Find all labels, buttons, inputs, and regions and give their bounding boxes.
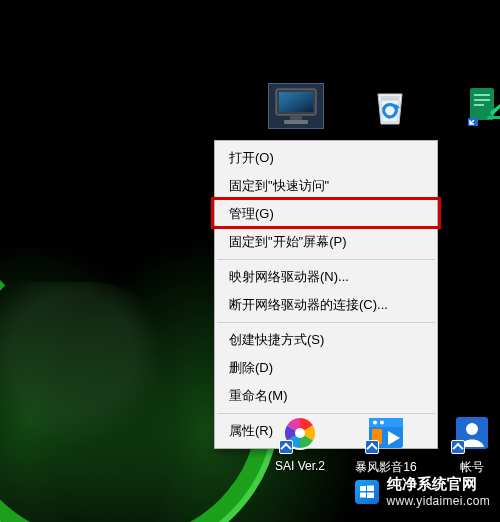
person-icon bbox=[449, 410, 495, 456]
svg-point-16 bbox=[373, 421, 377, 425]
recycle-bin-icon bbox=[363, 84, 417, 128]
desktop-icon-label: 帐号 bbox=[460, 459, 484, 476]
svg-rect-7 bbox=[474, 94, 490, 96]
shortcut-arrow-icon bbox=[451, 440, 465, 454]
context-menu-item[interactable]: 断开网络驱动器的连接(C)... bbox=[215, 291, 437, 319]
svg-point-13 bbox=[295, 428, 305, 438]
document-check-icon bbox=[457, 84, 500, 128]
watermark-text: 纯净系统官网 www.yidaimei.com bbox=[387, 475, 491, 508]
svg-rect-4 bbox=[284, 120, 308, 124]
desktop-icon-doc-check[interactable] bbox=[452, 84, 500, 128]
svg-point-21 bbox=[466, 423, 478, 435]
computer-monitor-icon bbox=[269, 84, 323, 128]
watermark: 纯净系统官网 www.yidaimei.com bbox=[355, 475, 491, 508]
shortcut-arrow-icon bbox=[279, 440, 293, 454]
context-menu: 打开(O)固定到"快速访问"管理(G)固定到"开始"屏幕(P)映射网络驱动器(N… bbox=[214, 140, 438, 449]
shortcut-arrow-icon bbox=[365, 440, 379, 454]
context-menu-item[interactable]: 重命名(M) bbox=[215, 382, 437, 410]
context-menu-separator bbox=[217, 322, 435, 323]
context-menu-separator bbox=[217, 259, 435, 260]
svg-rect-22 bbox=[360, 486, 366, 491]
windows-flag-icon bbox=[355, 480, 379, 504]
context-menu-item[interactable]: 固定到"开始"屏幕(P) bbox=[215, 228, 437, 256]
svg-rect-2 bbox=[279, 92, 313, 112]
color-wheel-icon bbox=[277, 410, 323, 456]
svg-rect-9 bbox=[474, 104, 484, 106]
svg-rect-8 bbox=[474, 99, 490, 101]
desktop-icons-bottom: SAI Ver.2 暴风影音16 bbox=[264, 410, 500, 476]
context-menu-item[interactable]: 固定到"快速访问" bbox=[215, 172, 437, 200]
desktop-icon-account[interactable]: 帐号 bbox=[436, 410, 500, 476]
wallpaper-photo bbox=[0, 282, 180, 462]
watermark-title: 纯净系统官网 bbox=[387, 475, 491, 494]
context-menu-item[interactable]: 删除(D) bbox=[215, 354, 437, 382]
svg-rect-25 bbox=[367, 492, 374, 498]
svg-rect-10 bbox=[487, 116, 500, 119]
desktop-icon-computer[interactable] bbox=[264, 84, 328, 128]
desktop-icon-recycle-bin[interactable] bbox=[358, 84, 422, 128]
context-menu-item[interactable]: 打开(O) bbox=[215, 144, 437, 172]
svg-rect-23 bbox=[367, 485, 374, 491]
svg-rect-3 bbox=[290, 115, 302, 120]
svg-point-17 bbox=[380, 421, 384, 425]
svg-rect-24 bbox=[360, 492, 366, 497]
watermark-url: www.yidaimei.com bbox=[387, 494, 491, 508]
desktop-icon-label: SAI Ver.2 bbox=[275, 459, 325, 473]
context-menu-item[interactable]: 创建快捷方式(S) bbox=[215, 326, 437, 354]
context-menu-item[interactable]: 映射网络驱动器(N)... bbox=[215, 263, 437, 291]
desktop-icons-top bbox=[264, 84, 500, 128]
desktop-screen: 打开(O)固定到"快速访问"管理(G)固定到"开始"屏幕(P)映射网络驱动器(N… bbox=[0, 0, 500, 522]
context-menu-item[interactable]: 管理(G) bbox=[215, 200, 437, 228]
media-player-icon bbox=[363, 410, 409, 456]
desktop-icon-label: 暴风影音16 bbox=[355, 459, 416, 476]
desktop-icon-sai[interactable]: SAI Ver.2 bbox=[264, 410, 336, 476]
desktop-icon-baofeng[interactable]: 暴风影音16 bbox=[350, 410, 422, 476]
